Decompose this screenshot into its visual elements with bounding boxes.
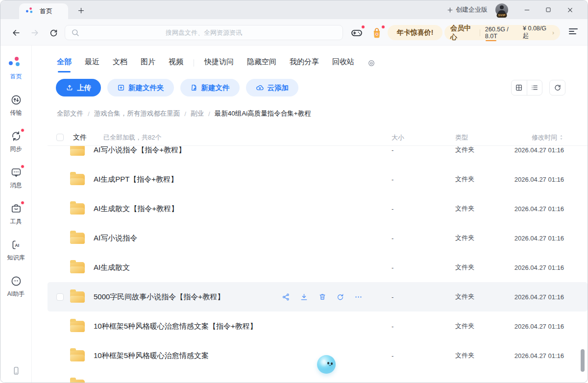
notification-dot bbox=[21, 128, 24, 132]
toolbox-icon bbox=[10, 203, 22, 215]
new-tab-button[interactable] bbox=[75, 5, 86, 16]
tab-hidden-space[interactable]: 隐藏空间 bbox=[247, 57, 276, 69]
grid-view-button[interactable] bbox=[512, 80, 527, 95]
list-view-button[interactable] bbox=[527, 80, 542, 95]
download-icon bbox=[300, 293, 308, 301]
user-avatar[interactable]: SVIP bbox=[495, 3, 508, 16]
breadcrumb-folder[interactable]: 游戏合集，所有游戏都在里面 bbox=[94, 109, 180, 118]
column-file: 文件 bbox=[73, 133, 87, 142]
table-header: 文件 已全部加载，共82个 大小 类型 修改时间 bbox=[48, 129, 588, 146]
sidebar-item-messages[interactable]: 消息 bbox=[0, 166, 31, 190]
forward-button[interactable] bbox=[29, 27, 40, 38]
folder-icon bbox=[70, 146, 85, 156]
plus-icon bbox=[447, 7, 453, 13]
tab-home[interactable]: 首页 bbox=[19, 3, 68, 19]
refresh-list-button[interactable] bbox=[549, 80, 565, 96]
new-file-icon bbox=[190, 84, 198, 92]
svg-text:AI: AI bbox=[15, 243, 19, 248]
folder-icon bbox=[70, 291, 85, 303]
row-checkbox[interactable] bbox=[56, 293, 64, 301]
folder-icon bbox=[70, 233, 85, 244]
new-folder-button[interactable]: 新建文件夹 bbox=[107, 79, 174, 96]
column-type[interactable]: 类型 bbox=[432, 133, 495, 142]
sidebar-item-transfer[interactable]: 传输 bbox=[0, 94, 31, 117]
close-button[interactable] bbox=[559, 0, 581, 19]
column-modified[interactable]: 修改时间 bbox=[495, 133, 588, 142]
scrollbar-thumb[interactable] bbox=[581, 349, 585, 372]
share-icon bbox=[282, 293, 290, 301]
app-logo-icon bbox=[9, 56, 24, 70]
create-enterprise-button[interactable]: 创建企业版 bbox=[447, 5, 488, 14]
tab-videos[interactable]: 视频 bbox=[169, 57, 183, 69]
divider bbox=[480, 29, 480, 36]
divider bbox=[194, 59, 194, 67]
tab-settings-icon[interactable] bbox=[368, 59, 375, 67]
file-actions-bar: 上传 新建文件夹 新建文件 云添加 bbox=[56, 79, 298, 96]
tab-recycle-bin[interactable]: 回收站 bbox=[332, 57, 354, 69]
maximize-button[interactable] bbox=[538, 0, 559, 19]
tab-recent[interactable]: 最近 bbox=[85, 57, 99, 69]
tab-my-shares[interactable]: 我的分享 bbox=[290, 57, 319, 69]
file-row[interactable]: AI生成PPT【指令+教程】 - 文件夹 2026.04.27 01:16 bbox=[48, 165, 588, 194]
share-button[interactable] bbox=[282, 293, 290, 301]
sidebar-item-knowledge-base[interactable]: AI 知识库 bbox=[0, 239, 31, 262]
sync-share-button[interactable] bbox=[336, 293, 344, 301]
file-row[interactable]: AI生成散文【指令+教程】 - 文件夹 2026.04.27 01:16 bbox=[48, 194, 588, 223]
delete-button[interactable] bbox=[318, 293, 326, 301]
more-actions-button[interactable] bbox=[354, 293, 363, 301]
list-view-icon bbox=[531, 84, 539, 92]
search-icon bbox=[71, 28, 79, 37]
view-toggle bbox=[511, 80, 542, 96]
tab-pictures[interactable]: 图片 bbox=[141, 57, 155, 69]
file-row-hovered[interactable]: 5000字民间故事小说指令【指令+教程】 - 文件夹 2026.04.27 01… bbox=[48, 282, 588, 311]
loaded-status: 已全部加载，共82个 bbox=[103, 133, 161, 142]
tab-quick-access[interactable]: 快捷访问 bbox=[204, 57, 234, 69]
grid-view-icon bbox=[515, 84, 523, 92]
minimize-button[interactable] bbox=[516, 0, 538, 19]
file-row[interactable]: 10种框架5种风格暖心治愈情感文案【指令+教程】 - 文件夹 2026.04.2… bbox=[48, 311, 588, 341]
tab-all[interactable]: 全部 bbox=[57, 57, 72, 69]
file-row[interactable]: AI写小说指令【指令+教程】 - 文件夹 2026.04.27 01:16 bbox=[48, 146, 588, 165]
file-row[interactable]: AI生成散文 - 文件夹 2026.04.27 01:16 bbox=[48, 253, 588, 282]
cloud-add-button[interactable]: 云添加 bbox=[246, 79, 299, 96]
annual-card-promo-button[interactable]: 年卡惊喜价! bbox=[388, 25, 442, 40]
sidebar-item-sync[interactable]: 同步 bbox=[0, 130, 31, 153]
folder-icon bbox=[70, 350, 85, 361]
close-icon bbox=[567, 7, 573, 13]
refresh-icon bbox=[554, 84, 562, 92]
file-row[interactable]: AI写小说指令 - 文件夹 2026.04.27 01:16 bbox=[48, 223, 588, 253]
tab-documents[interactable]: 文档 bbox=[113, 57, 127, 69]
file-list: AI写小说指令【指令+教程】 - 文件夹 2026.04.27 01:16 AI… bbox=[48, 146, 588, 383]
notification-dot bbox=[21, 201, 24, 205]
sync-icon bbox=[10, 130, 22, 142]
download-button[interactable] bbox=[300, 293, 308, 301]
file-row-partial[interactable] bbox=[48, 370, 588, 383]
reload-button[interactable] bbox=[48, 27, 59, 38]
ai-mascot-bubble[interactable] bbox=[317, 355, 336, 374]
cloud-add-icon bbox=[256, 84, 264, 92]
mobile-app-button[interactable] bbox=[0, 366, 32, 376]
storage-quota: 260.5G / 8.0T bbox=[485, 26, 518, 40]
member-center-button[interactable]: 会员中心 260.5G / 8.0T ¥ 0.08/G起 › bbox=[444, 25, 560, 40]
plus-icon bbox=[77, 7, 85, 14]
notification-dot bbox=[21, 165, 24, 168]
select-all-checkbox[interactable] bbox=[56, 134, 64, 141]
app-window: 首页 创建企业版 SVIP bbox=[0, 0, 588, 383]
breadcrumb-root[interactable]: 全部文件 bbox=[57, 109, 83, 118]
breadcrumb-folder[interactable]: 副业 bbox=[191, 109, 204, 118]
main-menu-button[interactable] bbox=[569, 28, 579, 35]
phone-icon bbox=[11, 366, 21, 376]
upload-button[interactable]: 上传 bbox=[56, 79, 101, 96]
sidebar-item-ai-assistant[interactable]: AI助手 bbox=[0, 275, 31, 298]
gamepad-icon bbox=[350, 26, 363, 39]
folder-icon bbox=[70, 380, 85, 383]
sidebar-item-home[interactable]: 首页 bbox=[0, 56, 31, 81]
new-file-button[interactable]: 新建文件 bbox=[180, 79, 240, 96]
back-button[interactable] bbox=[11, 27, 22, 38]
gift-shop-button[interactable] bbox=[370, 26, 383, 39]
search-input[interactable] bbox=[79, 29, 328, 36]
sidebar-item-tools[interactable]: 工具 bbox=[0, 202, 31, 226]
column-size[interactable]: 大小 bbox=[366, 133, 432, 142]
game-center-button[interactable] bbox=[350, 26, 363, 39]
tab-title: 首页 bbox=[40, 7, 52, 16]
